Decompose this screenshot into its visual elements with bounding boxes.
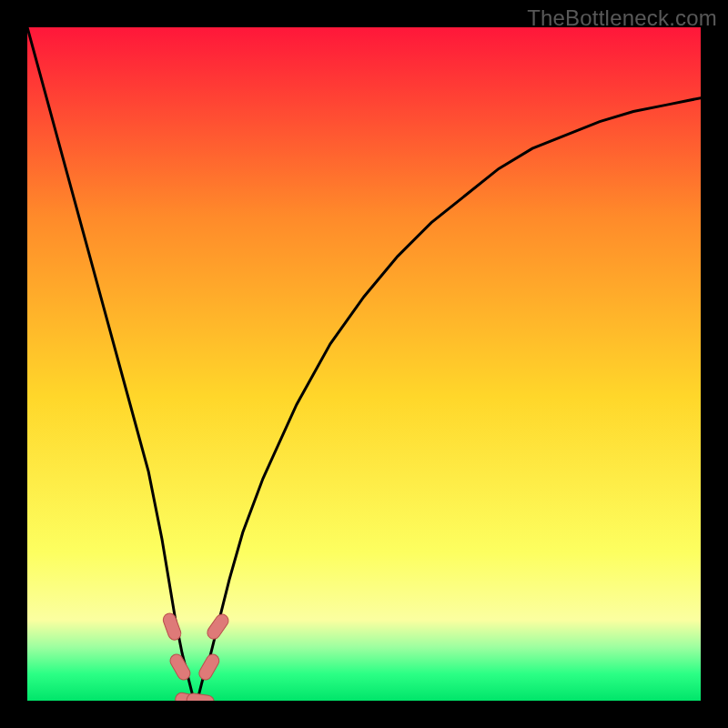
plot-area (27, 27, 701, 701)
bottleneck-chart (27, 27, 701, 701)
chart-frame: TheBottleneck.com (0, 0, 728, 728)
gradient-background (27, 27, 701, 701)
